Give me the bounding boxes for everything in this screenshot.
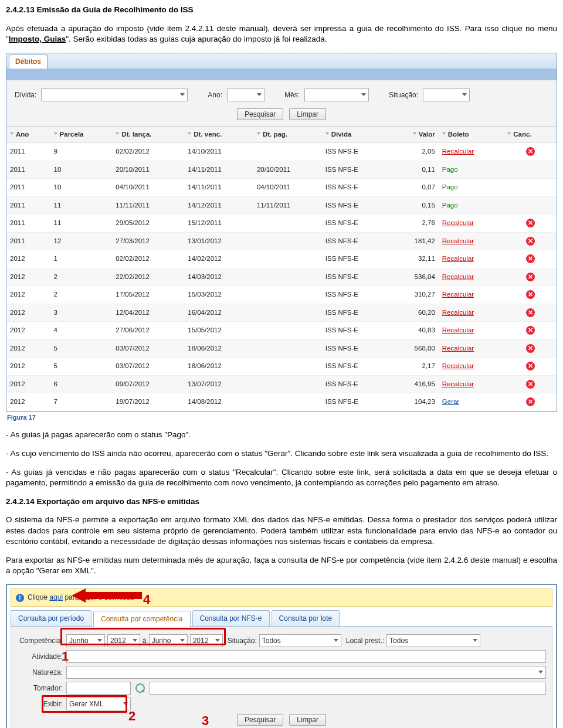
cell: 04/10/2011 bbox=[112, 179, 184, 197]
cell-cancel[interactable]: ✕ bbox=[504, 358, 557, 376]
lbl-a: à bbox=[143, 636, 147, 645]
cancel-icon[interactable]: ✕ bbox=[526, 254, 535, 263]
cell-boleto[interactable]: Recalcular bbox=[439, 143, 504, 161]
cell-boleto[interactable]: Recalcular bbox=[439, 358, 504, 376]
limpar-button-2[interactable]: Limpar bbox=[289, 714, 326, 726]
col-header[interactable]: Ano bbox=[6, 127, 50, 143]
cancel-icon[interactable]: ✕ bbox=[526, 326, 535, 335]
col-header[interactable]: Parcela bbox=[50, 127, 113, 143]
cell-cancel[interactable]: ✕ bbox=[504, 232, 557, 250]
cell-cancel[interactable]: ✕ bbox=[504, 322, 557, 340]
tab-debitos[interactable]: Débitos bbox=[9, 55, 48, 69]
download-link-aqui[interactable]: aqui bbox=[49, 593, 63, 601]
cell-cancel[interactable]: ✕ bbox=[504, 143, 557, 161]
tab-consulta-nfse[interactable]: Consulta por NFS-e bbox=[192, 610, 270, 626]
col-header[interactable]: Dívida bbox=[322, 127, 389, 143]
cell: 12 bbox=[50, 232, 113, 250]
table-row: 20111004/10/201114/11/201104/10/2011ISS … bbox=[6, 179, 557, 197]
recalcular-link[interactable]: Recalcular bbox=[442, 309, 474, 316]
select-natureza[interactable] bbox=[66, 666, 546, 679]
cell: 4 bbox=[50, 322, 113, 340]
cell: 15/05/2012 bbox=[184, 322, 253, 340]
tab-consulta-lote[interactable]: Consulta por lote bbox=[272, 610, 340, 626]
cell-boleto[interactable]: Recalcular bbox=[439, 232, 504, 250]
select-situacao[interactable] bbox=[423, 89, 470, 101]
cell-cancel[interactable]: ✕ bbox=[504, 250, 557, 268]
recalcular-link[interactable]: Recalcular bbox=[442, 148, 474, 155]
recalcular-link[interactable]: Recalcular bbox=[442, 273, 474, 280]
recalcular-link[interactable]: Recalcular bbox=[442, 326, 474, 334]
input-tomador-nome[interactable] bbox=[150, 682, 546, 695]
cell: 2012 bbox=[6, 393, 50, 411]
cancel-icon[interactable]: ✕ bbox=[526, 273, 535, 281]
col-header[interactable]: Dt. lança. bbox=[112, 127, 184, 143]
cancel-icon[interactable]: ✕ bbox=[526, 397, 535, 406]
cell-cancel[interactable]: ✕ bbox=[504, 268, 557, 286]
select-divida[interactable] bbox=[41, 89, 188, 101]
select-ano[interactable] bbox=[227, 89, 264, 101]
recalcular-link[interactable]: Recalcular bbox=[442, 255, 474, 262]
cell-cancel[interactable]: ✕ bbox=[504, 393, 557, 411]
gerar-link[interactable]: Gerar bbox=[442, 398, 459, 405]
input-atividade[interactable] bbox=[66, 650, 546, 663]
select-local-prest[interactable]: Todos bbox=[386, 634, 480, 647]
recalcular-link[interactable]: Recalcular bbox=[442, 291, 474, 298]
cancel-icon[interactable]: ✕ bbox=[526, 290, 535, 299]
select-mes[interactable] bbox=[304, 89, 369, 101]
cell-boleto[interactable]: Recalcular bbox=[439, 250, 504, 268]
select-ano-inicio[interactable]: 2012 bbox=[107, 634, 140, 647]
cell-cancel[interactable]: ✕ bbox=[504, 375, 557, 393]
recalcular-link[interactable]: Recalcular bbox=[442, 219, 474, 226]
tab-consulta-competencia[interactable]: Consulta por competência bbox=[93, 611, 190, 627]
search-icon[interactable] bbox=[135, 683, 145, 693]
recalcular-link[interactable]: Recalcular bbox=[442, 362, 474, 369]
pesquisar-button[interactable]: Pesquisar bbox=[237, 108, 283, 120]
cancel-icon[interactable]: ✕ bbox=[526, 237, 535, 246]
cell: 2012 bbox=[6, 339, 50, 358]
select-mes-fim[interactable]: Junho bbox=[149, 634, 188, 647]
select-ano-fim[interactable]: 2012 bbox=[190, 634, 223, 647]
col-header[interactable]: Canc. bbox=[504, 127, 557, 143]
cancel-icon[interactable]: ✕ bbox=[526, 362, 535, 370]
pesquisar-button-2[interactable]: Pesquisar bbox=[237, 714, 283, 726]
cancel-icon[interactable]: ✕ bbox=[526, 147, 535, 156]
cell: 6 bbox=[50, 375, 113, 393]
cell: 181,42 bbox=[389, 232, 439, 250]
figure-17-caption: Figura 17 bbox=[7, 413, 557, 422]
cancel-icon[interactable]: ✕ bbox=[526, 308, 535, 317]
cell: 03/07/2012 bbox=[112, 339, 184, 358]
col-header[interactable]: Dt. venc. bbox=[184, 127, 253, 143]
table-row: 20111227/03/201213/01/2012ISS NFS-E181,4… bbox=[6, 232, 557, 250]
sort-icon bbox=[188, 132, 192, 137]
cell-boleto[interactable]: Gerar bbox=[439, 393, 504, 411]
col-header[interactable]: Valor bbox=[389, 127, 439, 143]
cell-boleto[interactable]: Recalcular bbox=[439, 268, 504, 286]
cell-boleto[interactable]: Recalcular bbox=[439, 304, 504, 322]
select-mes-inicio[interactable]: Junho bbox=[66, 634, 105, 647]
recalcular-link[interactable]: Recalcular bbox=[442, 345, 474, 352]
cell-cancel[interactable]: ✕ bbox=[504, 286, 557, 304]
recalcular-link[interactable]: Recalcular bbox=[442, 380, 474, 387]
lbl-mes: Mês: bbox=[284, 90, 300, 100]
cell-boleto[interactable]: Recalcular bbox=[439, 215, 504, 233]
tab-consulta-periodo[interactable]: Consulta por período bbox=[11, 610, 91, 626]
cell-cancel[interactable]: ✕ bbox=[504, 304, 557, 322]
cell-boleto[interactable]: Recalcular bbox=[439, 286, 504, 304]
cancel-icon[interactable]: ✕ bbox=[526, 344, 535, 353]
cell-boleto[interactable]: Recalcular bbox=[439, 339, 504, 358]
cell-boleto[interactable]: Recalcular bbox=[439, 375, 504, 393]
cell-cancel[interactable]: ✕ bbox=[504, 339, 557, 358]
cancel-icon[interactable]: ✕ bbox=[526, 380, 535, 389]
recalcular-link[interactable]: Recalcular bbox=[442, 237, 474, 244]
limpar-button[interactable]: Limpar bbox=[289, 108, 326, 120]
select-situacao2[interactable]: Todos bbox=[259, 634, 341, 647]
cancel-icon[interactable]: ✕ bbox=[526, 219, 535, 227]
cell: ISS NFS-E bbox=[322, 179, 389, 197]
cell-boleto[interactable]: Recalcular bbox=[439, 322, 504, 340]
cell-cancel[interactable]: ✕ bbox=[504, 215, 557, 233]
para-24214-2: Para exportar as NFS-e emitidas num dete… bbox=[6, 555, 557, 576]
col-header[interactable]: Boleto bbox=[439, 127, 504, 143]
col-header[interactable]: Dt. pag. bbox=[253, 127, 322, 143]
input-tomador-cod[interactable] bbox=[66, 682, 131, 695]
select-exibir[interactable]: Gerar XML bbox=[66, 698, 131, 710]
